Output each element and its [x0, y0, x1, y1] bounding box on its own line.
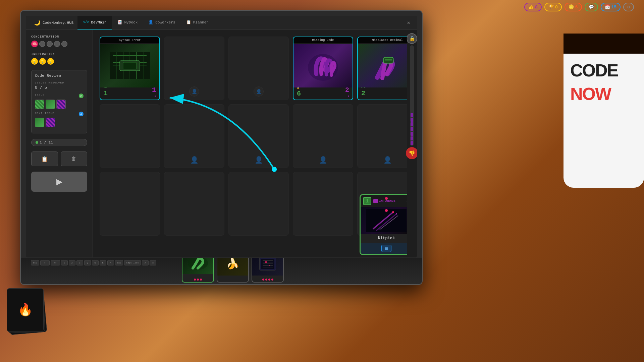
next-issue-label: NEXT ISSUE 4 [35, 112, 84, 116]
tray-card-1-svg [186, 258, 210, 272]
nitpick-popup-card[interactable]: 1 INFLUENCE ⚙ [360, 194, 407, 255]
laptop-screen: 🌙 CodeMonkey.HUB </> DevMain 🃏 MyDeck 👤 … [26, 16, 417, 257]
trophy-count: 0 [555, 5, 558, 10]
concentration-section: CONCENTRATION 🧠 [31, 35, 87, 47]
tray-card-3-dots [252, 279, 283, 281]
dot-r-2 [197, 279, 199, 281]
nitpick-header: 1 INFLUENCE ⚙ [361, 195, 407, 207]
bulb-2: 💡 [39, 58, 46, 65]
issue-row: ISSUE 2 [35, 94, 84, 109]
tray-card-3-image [252, 258, 283, 276]
missing-cost-purple: 2 [345, 86, 349, 94]
thumbs-up-count: 8 [535, 5, 538, 10]
trophy-btn[interactable]: 🏆 0 [544, 3, 562, 11]
prog-seg-1 [411, 141, 413, 145]
play-button[interactable]: ▶ [31, 172, 87, 192]
svg-point-33 [269, 265, 270, 266]
key-f1: ✳ [40, 260, 50, 265]
svg-rect-19 [366, 209, 407, 232]
circuit-mini [259, 258, 276, 270]
nitpick-image [361, 207, 407, 234]
card-grid: Syntax Error [100, 37, 400, 251]
svg-rect-13 [123, 62, 137, 69]
grid-slot-r3-2 [164, 172, 224, 236]
tab-mydeck[interactable]: 🃏 MyDeck [112, 16, 143, 29]
dot-2 [47, 41, 53, 47]
key-3: 3 [76, 260, 83, 265]
tray-card-3[interactable]: 2 ② [252, 258, 284, 283]
svg-point-32 [265, 261, 267, 263]
key-1: 1 [61, 260, 68, 265]
coffee-mug: CODE NOW [550, 34, 644, 201]
dot-1 [39, 41, 45, 47]
thumbs-up-btn[interactable]: 👍 8 [524, 3, 542, 11]
misplaced-decimal-costs: </> 2 3 ● [358, 86, 407, 98]
card-deck: 🔥 [7, 288, 47, 335]
syntax-error-costs: </> 1 1 ● [100, 86, 159, 98]
copy-button[interactable]: 📋 [31, 152, 58, 166]
key-2: 2 [69, 260, 75, 265]
nitpick-type-text: INFLUENCE [379, 199, 395, 203]
syntax-circuit-svg [110, 52, 150, 79]
tray-card-2[interactable]: 8 🍌 [217, 258, 249, 283]
nitpick-action-icon: 🖥 [381, 245, 391, 252]
nitpick-title: Nitpick [361, 234, 407, 243]
concentration-label: CONCENTRATION [31, 35, 87, 39]
delete-button[interactable]: 🗑 [61, 152, 88, 166]
tray-card-1[interactable]: 2 👆 [182, 258, 214, 283]
missing-code-svg [306, 51, 340, 81]
issue-card-3 [56, 100, 66, 109]
vertical-progress-bar [410, 45, 414, 146]
calendar-btn[interactable]: 📅 15 [601, 3, 621, 11]
issue-label: ISSUE 2 [35, 94, 84, 98]
key-a: A [142, 260, 149, 265]
card-grid-area: Syntax Error [93, 30, 407, 257]
coin-btn[interactable]: 🪙 6 [565, 3, 582, 11]
pagination: 1 / 11 [31, 139, 87, 146]
issue-cards [35, 100, 84, 109]
inspiration-label: INSPIRATION [31, 53, 87, 56]
key-w: W [92, 260, 99, 265]
influence-icon [373, 199, 378, 203]
prog-seg-7 [411, 113, 413, 117]
dot-3 [54, 41, 60, 47]
tray-card-2-image: 🍌 [217, 258, 248, 276]
tab-planner[interactable]: 📋 Planner [181, 16, 214, 29]
next-card-2 [46, 118, 55, 127]
prog-seg-5 [411, 122, 413, 126]
code-review-title: Code Review [35, 74, 84, 78]
logo-icon: 🌙 [34, 19, 41, 26]
keyboard-area: esc ✳ ✳✳ 1 2 3 Q W E R tab caps lock A S… [21, 258, 422, 284]
card-missing-code[interactable]: Missing Code [293, 37, 353, 100]
tray-card-1-image [182, 258, 213, 274]
dot-3-2 [265, 279, 267, 281]
monitor-icon: 🖥 [384, 246, 388, 251]
mug-body: CODE NOW [564, 34, 644, 188]
grid-slot-r2-2: 👤 [164, 104, 224, 168]
dislike-button[interactable]: 👎 [406, 147, 417, 159]
dot-r-3 [200, 279, 202, 281]
settings-btn[interactable]: ⚙ [623, 3, 634, 11]
svg-point-23 [392, 211, 394, 213]
thumbs-up-icon: 👍 [528, 4, 534, 10]
calendar-icon: 📅 [605, 4, 610, 10]
right-sidebar: 🔒 👎 [407, 30, 417, 257]
key-esc: esc [31, 260, 39, 265]
syntax-cost-purple: 1 [152, 86, 156, 94]
card-syntax-error[interactable]: Syntax Error [100, 37, 160, 100]
issues-resolved-label: ISSUES RESOLVED [35, 81, 84, 84]
close-button[interactable]: ✕ [404, 18, 413, 27]
tab-coworkers[interactable]: 👤 Coworkers [143, 16, 180, 29]
key-tab: tab [115, 260, 123, 265]
mug-text-code: CODE [570, 60, 618, 80]
prog-seg-6 [411, 118, 413, 122]
tab-devmain[interactable]: </> DevMain [77, 16, 112, 29]
card-misplaced-decimal[interactable]: Misplaced Decimal [357, 37, 407, 100]
next-issue-row: NEXT ISSUE 4 [35, 112, 84, 127]
mug-liquid [564, 34, 644, 54]
svg-rect-16 [384, 58, 393, 63]
dot-3-4 [271, 279, 273, 281]
grid-slot-r3-3 [228, 172, 289, 236]
chat-btn[interactable]: 💬 [585, 3, 598, 11]
bulb-1: 💡 [31, 58, 38, 65]
